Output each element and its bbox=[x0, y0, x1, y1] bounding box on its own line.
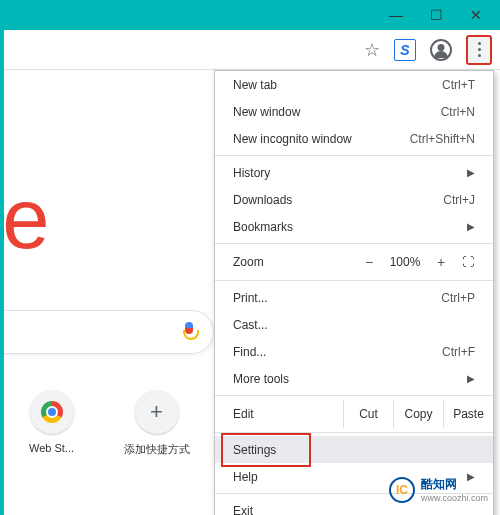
voice-search-icon[interactable] bbox=[181, 322, 197, 342]
minimize-button[interactable]: — bbox=[376, 1, 416, 29]
close-button[interactable]: ✕ bbox=[456, 1, 496, 29]
menu-incognito[interactable]: New incognito windowCtrl+Shift+N bbox=[215, 125, 493, 152]
menu-new-window[interactable]: New windowCtrl+N bbox=[215, 98, 493, 125]
shortcut-add[interactable]: + 添加快捷方式 bbox=[119, 390, 194, 457]
menu-find[interactable]: Find...Ctrl+F bbox=[215, 338, 493, 365]
menu-zoom: Zoom − 100% + ⛶ bbox=[215, 247, 493, 277]
main-menu-dropdown: New tabCtrl+T New windowCtrl+N New incog… bbox=[214, 70, 494, 515]
zoom-value: 100% bbox=[383, 255, 427, 269]
zoom-out-button[interactable]: − bbox=[355, 254, 383, 270]
menu-downloads[interactable]: DownloadsCtrl+J bbox=[215, 186, 493, 213]
zoom-in-button[interactable]: + bbox=[427, 254, 455, 270]
watermark: IC 酷知网 www.coozhi.com bbox=[389, 476, 488, 503]
menu-print[interactable]: Print...Ctrl+P bbox=[215, 284, 493, 311]
menu-copy[interactable]: Copy bbox=[393, 400, 443, 428]
menu-new-tab[interactable]: New tabCtrl+T bbox=[215, 71, 493, 98]
extension-icon[interactable]: S bbox=[394, 39, 416, 61]
menu-settings[interactable]: Settings bbox=[215, 436, 493, 463]
chrome-icon bbox=[41, 401, 63, 423]
shortcut-webstore[interactable]: Web St... bbox=[14, 390, 89, 457]
menu-paste[interactable]: Paste bbox=[443, 400, 493, 428]
menu-more-tools[interactable]: More tools▶ bbox=[215, 365, 493, 392]
watermark-logo: IC bbox=[389, 477, 415, 503]
shortcuts-row: Web St... + 添加快捷方式 bbox=[14, 390, 194, 457]
google-logo: gle bbox=[0, 170, 45, 268]
chevron-right-icon: ▶ bbox=[467, 167, 475, 178]
maximize-button[interactable]: ☐ bbox=[416, 1, 456, 29]
menu-history[interactable]: History▶ bbox=[215, 159, 493, 186]
bookmark-star-icon[interactable]: ☆ bbox=[364, 39, 380, 61]
search-input[interactable] bbox=[4, 310, 214, 354]
window-titlebar: — ☐ ✕ bbox=[4, 0, 500, 30]
page-content: gle Web St... + 添加快捷方式 New tabCtrl+T New… bbox=[4, 70, 500, 515]
menu-bookmarks[interactable]: Bookmarks▶ bbox=[215, 213, 493, 240]
chevron-right-icon: ▶ bbox=[467, 221, 475, 232]
plus-icon: + bbox=[150, 399, 163, 425]
menu-cast[interactable]: Cast... bbox=[215, 311, 493, 338]
chevron-right-icon: ▶ bbox=[467, 373, 475, 384]
fullscreen-button[interactable]: ⛶ bbox=[455, 255, 481, 269]
profile-icon[interactable] bbox=[430, 39, 452, 61]
menu-cut[interactable]: Cut bbox=[343, 400, 393, 428]
menu-edit-row: Edit Cut Copy Paste bbox=[215, 399, 493, 429]
browser-toolbar: ☆ S bbox=[4, 30, 500, 70]
main-menu-button[interactable] bbox=[466, 35, 492, 65]
